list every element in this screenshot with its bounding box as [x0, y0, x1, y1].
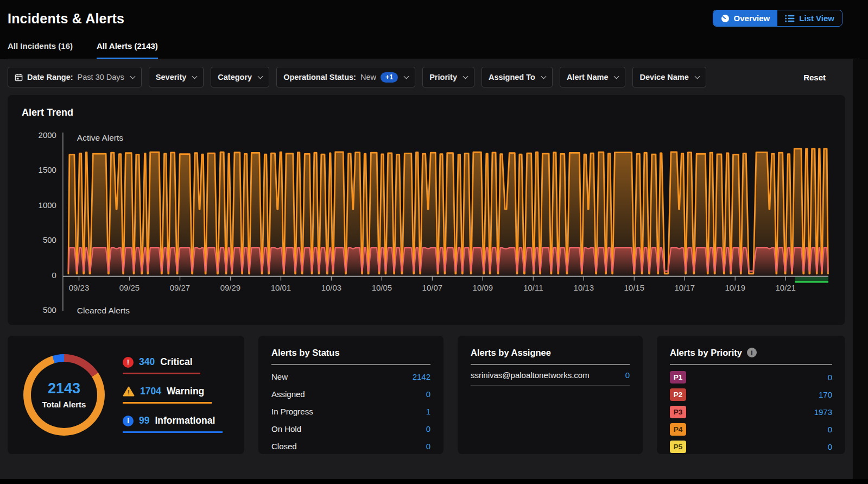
list-view-label: List View — [799, 14, 834, 23]
assigned-to-label: Assigned To — [489, 73, 535, 81]
severity-filter[interactable]: Severity — [149, 67, 204, 87]
svg-text:09/27: 09/27 — [170, 283, 190, 292]
row-value[interactable]: 0 — [625, 370, 630, 380]
alert-name-filter[interactable]: Alert Name — [560, 67, 626, 87]
svg-text:09/29: 09/29 — [220, 283, 240, 292]
severity-legend: !340Critical!1704Warningi99Informational — [123, 356, 223, 433]
status-row: On Hold0 — [271, 420, 430, 438]
row-value[interactable]: 170 — [819, 390, 832, 399]
severity-label: Warning — [167, 386, 204, 397]
filter-bar: Date Range: Past 30 Days Severity Catego… — [8, 67, 845, 87]
total-alerts-label: Total Alerts — [42, 400, 86, 409]
alerts-by-assignee-list: ssrinivas@paloaltonetworks.com0 — [471, 365, 630, 386]
severity-count[interactable]: 99 — [139, 415, 149, 426]
tab-all-incidents[interactable]: All Incidents (16) — [8, 41, 73, 59]
priority-badge: P5 — [670, 441, 686, 453]
row-value[interactable]: 2142 — [413, 372, 430, 381]
gauge-icon — [721, 14, 730, 23]
operational-status-filter[interactable]: Operational Status: New +1 — [276, 67, 415, 87]
row-value[interactable]: 0 — [828, 425, 832, 434]
row-label: Assigned — [271, 389, 305, 399]
row-value[interactable]: 1973 — [814, 407, 832, 417]
svg-text:500: 500 — [43, 235, 56, 244]
svg-text:10/13: 10/13 — [574, 283, 594, 292]
list-view-button[interactable]: List View — [777, 10, 842, 26]
category-label: Category — [218, 73, 252, 81]
chevron-down-icon — [192, 74, 198, 79]
list-icon — [785, 15, 795, 22]
summary-cards-row: 2143 Total Alerts !340Critical!1704Warni… — [8, 336, 845, 454]
svg-text:1000: 1000 — [39, 200, 56, 210]
chevron-down-icon — [404, 74, 409, 79]
row-value[interactable]: 0 — [828, 373, 832, 382]
severity-count[interactable]: 1704 — [140, 386, 161, 397]
info-icon[interactable]: i — [747, 348, 757, 357]
operational-status-label: Operational Status: — [283, 73, 356, 81]
category-filter[interactable]: Category — [211, 67, 269, 87]
alerts-by-priority-title: Alerts by Priority — [670, 348, 742, 358]
row-value[interactable]: 1 — [426, 407, 430, 416]
operational-status-value: New — [360, 73, 376, 81]
exclamation-circle-icon: ! — [123, 357, 134, 368]
chevron-down-icon — [541, 74, 546, 79]
total-alerts-value[interactable]: 2143 — [48, 380, 80, 397]
row-label: Closed — [271, 442, 297, 451]
alert-name-label: Alert Name — [567, 73, 609, 81]
alert-trend-title: Alert Trend — [22, 107, 832, 118]
svg-text:10/11: 10/11 — [523, 283, 543, 292]
priority-label: Priority — [429, 73, 457, 81]
warning-triangle-icon: ! — [123, 386, 135, 397]
priority-badge: P1 — [670, 371, 686, 384]
device-name-filter[interactable]: Device Name — [632, 67, 706, 87]
page-header: Incidents & Alerts Overview List View Al… — [0, 0, 868, 59]
alert-trend-panel: Alert Trend 200015001000500050009/2309/2… — [8, 95, 845, 325]
chevron-down-icon — [130, 74, 135, 79]
priority-filter[interactable]: Priority — [422, 67, 474, 87]
severity-legend-item: !340Critical — [123, 356, 200, 374]
severity-legend-item: i99Informational — [123, 415, 223, 433]
date-range-filter[interactable]: Date Range: Past 30 Days — [8, 67, 142, 87]
svg-text:1500: 1500 — [39, 165, 56, 174]
svg-text:10/01: 10/01 — [271, 283, 291, 292]
alerts-by-assignee-card: Alerts by Assignee ssrinivas@paloaltonet… — [458, 336, 643, 454]
svg-text:10/05: 10/05 — [372, 283, 392, 292]
svg-text:10/03: 10/03 — [321, 283, 341, 292]
main-content: Date Range: Past 30 Days Severity Catego… — [0, 59, 853, 479]
operational-status-badge: +1 — [381, 72, 398, 83]
priority-badge: P3 — [670, 406, 686, 418]
priority-badge: P4 — [670, 423, 686, 436]
alerts-by-status-title: Alerts by Status — [271, 348, 430, 365]
row-label: ssrinivas@paloaltonetworks.com — [471, 370, 590, 380]
date-range-value: Past 30 Days — [78, 73, 124, 81]
scrollbar-track[interactable] — [853, 59, 868, 479]
severity-label: Critical — [160, 356, 192, 368]
priority-row: P31973 — [670, 404, 832, 421]
overview-label: Overview — [734, 14, 770, 23]
active-alerts-label: Active Alerts — [77, 133, 123, 142]
overview-button[interactable]: Overview — [713, 10, 778, 26]
total-alerts-card: 2143 Total Alerts !340Critical!1704Warni… — [8, 336, 244, 454]
chevron-down-icon — [614, 74, 619, 79]
row-value[interactable]: 0 — [426, 424, 430, 433]
status-row: In Progress1 — [271, 403, 430, 420]
reset-filters-button[interactable]: Reset — [800, 72, 829, 83]
total-alerts-donut-wrap: 2143 Total Alerts — [22, 354, 106, 436]
severity-label: Informational — [155, 415, 215, 426]
row-value[interactable]: 0 — [828, 442, 832, 451]
tab-all-alerts[interactable]: All Alerts (2143) — [97, 41, 158, 59]
row-label: New — [271, 372, 288, 381]
severity-legend-item: !1704Warning — [123, 386, 212, 404]
row-value[interactable]: 0 — [426, 442, 430, 451]
status-row: New2142 — [271, 368, 430, 386]
priority-row: P40 — [670, 421, 832, 438]
svg-text:10/15: 10/15 — [624, 283, 644, 292]
svg-text:10/21: 10/21 — [775, 283, 795, 292]
alerts-by-priority-header: Alerts by Priority i — [670, 348, 832, 365]
alerts-by-status-list: New2142Assigned0In Progress1On Hold0Clos… — [271, 368, 430, 455]
total-alerts-donut: 2143 Total Alerts — [23, 354, 105, 436]
severity-label: Severity — [156, 73, 186, 81]
severity-count[interactable]: 340 — [139, 356, 155, 368]
row-value[interactable]: 0 — [426, 389, 430, 399]
assigned-to-filter[interactable]: Assigned To — [481, 67, 553, 87]
cleared-alerts-label: Cleared Alerts — [77, 306, 130, 315]
